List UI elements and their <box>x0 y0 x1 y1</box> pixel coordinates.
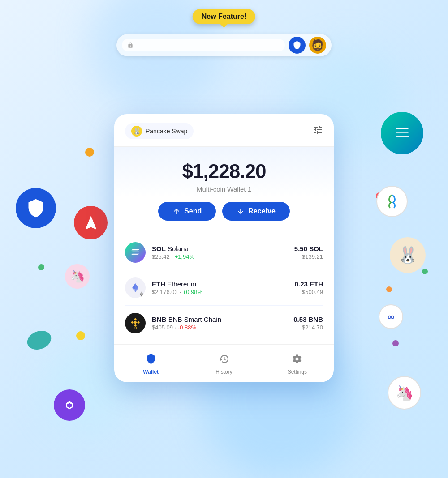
shield-icon-float <box>16 188 56 228</box>
eth-ticker: ETH <box>152 280 165 288</box>
wallet-card: 🐰 Pancake Swap $1,228.20 Multi-coin Wall… <box>114 114 334 382</box>
wallet-name: Multi-coin Wallet 1 <box>125 185 323 193</box>
wallet-nav-icon <box>146 354 156 367</box>
settings-gear-icon <box>292 354 302 364</box>
nav-wallet[interactable]: Wallet <box>114 350 187 379</box>
eth-badge <box>138 291 145 297</box>
bnb-ticker: BNB <box>152 316 167 323</box>
lock-icon <box>127 42 134 48</box>
wallet-nav-label: Wallet <box>143 369 159 375</box>
arrow-icon-float <box>74 206 108 239</box>
bnb-price-value: $405.09 <box>152 324 173 331</box>
receive-button[interactable]: Receive <box>222 202 290 221</box>
receive-arrow-icon <box>237 207 245 215</box>
sol-price: $25.42 · +1,94% <box>152 253 294 260</box>
security-shield-button[interactable] <box>289 37 306 54</box>
sol-fullname: Solana <box>168 245 189 252</box>
url-bar[interactable] <box>122 39 285 51</box>
sol-name: SOL Solana <box>152 245 294 252</box>
balance-section: $1,228.20 Multi-coin Wallet 1 Send Recei… <box>114 147 334 231</box>
bottom-nav: Wallet History Settings <box>114 344 334 382</box>
receive-label: Receive <box>248 207 276 215</box>
unicorn-right-icon-float: 🦄 <box>388 376 421 410</box>
wallet-header: 🐰 Pancake Swap <box>114 114 334 147</box>
sol-icon <box>125 242 146 263</box>
dot-purple <box>392 340 399 346</box>
eth-price: $2,176.03 · +0,98% <box>152 289 295 295</box>
sol-value: 5.50 SOL $139.21 <box>294 245 323 260</box>
sol-ticker: SOL <box>152 245 166 252</box>
dot-orange <box>85 148 94 157</box>
dot-orange2 <box>386 286 392 292</box>
dapp-badge[interactable]: 🐰 Pancake Swap <box>125 123 194 139</box>
planet-icon <box>25 328 54 353</box>
bnb-icon <box>125 313 146 333</box>
history-nav-label: History <box>215 369 232 375</box>
sol-amount: 5.50 SOL <box>294 245 323 252</box>
solana-icon-float <box>381 112 423 154</box>
send-button[interactable]: Send <box>158 202 216 221</box>
new-feature-bubble: New Feature! <box>193 9 255 24</box>
dot-green2 <box>422 269 428 274</box>
bnb-name: BNB BNB Smart Chain <box>152 316 293 323</box>
eth-value: 0.23 ETH $500.49 <box>295 280 323 295</box>
bnb-amount: 0.53 BNB <box>293 316 323 323</box>
sol-price-value: $25.42 <box>152 253 170 260</box>
chainlink-icon-float: ∞ <box>379 304 403 329</box>
bunny-icon-float: 🐰 <box>390 237 426 273</box>
eth-fullname: Ethereum <box>167 280 196 288</box>
asset-item-eth[interactable]: ETH Ethereum $2,176.03 · +0,98% 0.23 ETH… <box>114 270 334 305</box>
bnb-fullname: BNB Smart Chain <box>168 316 221 323</box>
asset-item-sol[interactable]: SOL Solana $25.42 · +1,94% 5.50 SOL $139… <box>114 235 334 270</box>
settings-nav-icon <box>292 354 302 367</box>
eth-amount: 0.23 ETH <box>295 280 323 288</box>
svg-point-9 <box>136 327 138 329</box>
bnb-usd: $214.70 <box>293 324 323 331</box>
bnb-info: BNB BNB Smart Chain $405.09 · -0,88% <box>152 316 293 331</box>
action-buttons: Send Receive <box>125 202 323 221</box>
eth-usd: $500.49 <box>295 289 323 295</box>
steem-icon-float <box>376 186 408 217</box>
settings-nav-label: Settings <box>288 369 307 375</box>
svg-rect-8 <box>134 327 135 328</box>
asset-item-bnb[interactable]: BNB BNB Smart Chain $405.09 · -0,88% 0.5… <box>114 306 334 341</box>
nav-history[interactable]: History <box>187 350 260 379</box>
dapp-icon: 🐰 <box>131 126 142 137</box>
unicorn-icon-float: 🦄 <box>65 264 90 289</box>
new-feature-label: New Feature! <box>202 13 246 20</box>
sol-change: +1,94% <box>175 253 194 260</box>
dapp-name: Pancake Swap <box>146 128 187 135</box>
eth-icon <box>125 277 146 298</box>
sol-usd: $139.21 <box>294 253 323 260</box>
eth-name: ETH Ethereum <box>152 280 295 288</box>
user-avatar-button[interactable]: 🧔 <box>309 37 326 54</box>
bnb-logo <box>129 317 142 329</box>
eth-price-value: $2,176.03 <box>152 289 178 295</box>
eth-info: ETH Ethereum $2,176.03 · +0,98% <box>152 280 295 295</box>
send-arrow-icon <box>172 207 181 215</box>
sol-info: SOL Solana $25.42 · +1,94% <box>152 245 294 260</box>
dot-green <box>38 264 44 270</box>
history-icon <box>219 354 229 364</box>
bnb-change: -0,88% <box>178 324 196 331</box>
bnb-value: 0.53 BNB $214.70 <box>293 316 323 331</box>
nav-settings[interactable]: Settings <box>261 350 334 379</box>
eth-change: +0,98% <box>183 289 202 295</box>
polygon-icon-float <box>54 389 85 421</box>
filter-settings-icon[interactable] <box>312 124 323 138</box>
asset-list: SOL Solana $25.42 · +1,94% 5.50 SOL $139… <box>114 231 334 344</box>
balance-amount: $1,228.20 <box>125 160 323 183</box>
history-nav-icon <box>219 354 229 367</box>
bnb-price: $405.09 · -0,88% <box>152 324 293 331</box>
wallet-icon <box>146 354 156 364</box>
send-label: Send <box>184 207 202 215</box>
browser-chrome: 🧔 <box>116 34 332 56</box>
dot-yellow <box>76 331 85 340</box>
